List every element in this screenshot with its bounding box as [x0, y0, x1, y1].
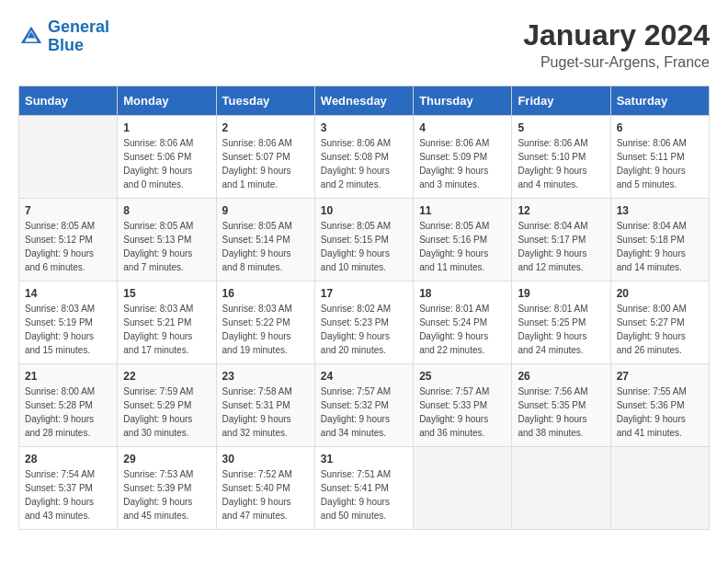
day-info: Sunrise: 8:00 AM Sunset: 5:27 PM Dayligh…	[617, 302, 703, 357]
day-info: Sunrise: 8:05 AM Sunset: 5:16 PM Dayligh…	[419, 219, 506, 274]
table-row: 28Sunrise: 7:54 AM Sunset: 5:37 PM Dayli…	[19, 447, 118, 530]
day-info: Sunrise: 7:57 AM Sunset: 5:33 PM Dayligh…	[419, 385, 506, 440]
logo-text: General Blue	[48, 18, 109, 55]
day-info: Sunrise: 7:54 AM Sunset: 5:37 PM Dayligh…	[25, 467, 111, 523]
day-info: Sunrise: 8:04 AM Sunset: 5:17 PM Dayligh…	[518, 219, 604, 274]
day-number: 15	[123, 287, 210, 300]
day-info: Sunrise: 8:03 AM Sunset: 5:22 PM Dayligh…	[222, 302, 309, 357]
day-info: Sunrise: 8:06 AM Sunset: 5:10 PM Dayligh…	[518, 136, 604, 191]
table-row: 27Sunrise: 7:55 AM Sunset: 5:36 PM Dayli…	[610, 364, 709, 447]
table-row: 4Sunrise: 8:06 AM Sunset: 5:09 PM Daylig…	[414, 116, 512, 199]
table-row: 29Sunrise: 7:53 AM Sunset: 5:39 PM Dayli…	[118, 447, 216, 530]
day-info: Sunrise: 7:58 AM Sunset: 5:31 PM Dayligh…	[222, 385, 309, 440]
day-number: 6	[617, 121, 703, 134]
calendar-week-row: 21Sunrise: 8:00 AM Sunset: 5:28 PM Dayli…	[19, 364, 710, 447]
day-number: 30	[222, 453, 309, 465]
day-number: 8	[123, 204, 210, 217]
table-row: 7Sunrise: 8:05 AM Sunset: 5:12 PM Daylig…	[19, 199, 118, 282]
day-number: 14	[25, 287, 111, 300]
day-number: 3	[321, 121, 407, 134]
page-header: General Blue January 2024 Puget-sur-Arge…	[18, 18, 710, 71]
table-row: 24Sunrise: 7:57 AM Sunset: 5:32 PM Dayli…	[314, 364, 413, 447]
table-row: 10Sunrise: 8:05 AM Sunset: 5:15 PM Dayli…	[314, 199, 413, 282]
day-number: 10	[321, 204, 407, 217]
calendar-header-row: Sunday Monday Tuesday Wednesday Thursday…	[19, 86, 710, 116]
day-info: Sunrise: 8:06 AM Sunset: 5:07 PM Dayligh…	[222, 136, 309, 191]
header-friday: Friday	[512, 86, 610, 116]
day-info: Sunrise: 8:00 AM Sunset: 5:28 PM Dayligh…	[25, 385, 111, 440]
calendar-table: Sunday Monday Tuesday Wednesday Thursday…	[18, 86, 710, 530]
day-number: 16	[222, 287, 309, 300]
table-row: 11Sunrise: 8:05 AM Sunset: 5:16 PM Dayli…	[414, 199, 512, 282]
title-block: January 2024 Puget-sur-Argens, France	[523, 18, 710, 71]
table-row	[414, 447, 512, 530]
day-info: Sunrise: 8:06 AM Sunset: 5:06 PM Dayligh…	[123, 136, 210, 191]
day-info: Sunrise: 7:56 AM Sunset: 5:35 PM Dayligh…	[518, 385, 604, 440]
table-row: 30Sunrise: 7:52 AM Sunset: 5:40 PM Dayli…	[216, 447, 314, 530]
day-number: 20	[617, 287, 703, 300]
day-number: 21	[25, 370, 111, 383]
day-info: Sunrise: 8:04 AM Sunset: 5:18 PM Dayligh…	[617, 219, 703, 274]
day-number: 19	[518, 287, 604, 300]
table-row: 14Sunrise: 8:03 AM Sunset: 5:19 PM Dayli…	[19, 282, 118, 364]
day-info: Sunrise: 7:57 AM Sunset: 5:32 PM Dayligh…	[321, 385, 407, 440]
table-row: 18Sunrise: 8:01 AM Sunset: 5:24 PM Dayli…	[414, 282, 512, 364]
day-info: Sunrise: 8:05 AM Sunset: 5:15 PM Dayligh…	[321, 219, 407, 274]
day-number: 5	[518, 121, 604, 134]
table-row: 1Sunrise: 8:06 AM Sunset: 5:06 PM Daylig…	[118, 116, 216, 199]
day-number: 24	[321, 370, 407, 383]
header-thursday: Thursday	[414, 86, 512, 116]
table-row	[19, 116, 118, 199]
day-info: Sunrise: 8:05 AM Sunset: 5:12 PM Dayligh…	[25, 219, 111, 274]
day-number: 17	[321, 287, 407, 300]
header-monday: Monday	[118, 86, 216, 116]
table-row: 16Sunrise: 8:03 AM Sunset: 5:22 PM Dayli…	[216, 282, 314, 364]
table-row	[512, 447, 610, 530]
day-number: 22	[123, 370, 210, 383]
day-number: 13	[617, 204, 703, 217]
day-number: 31	[321, 453, 407, 465]
table-row: 9Sunrise: 8:05 AM Sunset: 5:14 PM Daylig…	[216, 199, 314, 282]
day-number: 26	[518, 370, 604, 383]
header-wednesday: Wednesday	[314, 86, 413, 116]
table-row: 19Sunrise: 8:01 AM Sunset: 5:25 PM Dayli…	[512, 282, 610, 364]
day-info: Sunrise: 8:01 AM Sunset: 5:25 PM Dayligh…	[518, 302, 604, 357]
table-row	[610, 447, 709, 530]
table-row: 8Sunrise: 8:05 AM Sunset: 5:13 PM Daylig…	[118, 199, 216, 282]
day-number: 11	[419, 204, 506, 217]
table-row: 2Sunrise: 8:06 AM Sunset: 5:07 PM Daylig…	[216, 116, 314, 199]
day-info: Sunrise: 7:51 AM Sunset: 5:41 PM Dayligh…	[321, 467, 407, 523]
day-number: 1	[123, 121, 210, 134]
logo: General Blue	[18, 18, 109, 55]
header-tuesday: Tuesday	[216, 86, 314, 116]
day-number: 2	[222, 121, 309, 134]
day-number: 23	[222, 370, 309, 383]
day-info: Sunrise: 7:59 AM Sunset: 5:29 PM Dayligh…	[123, 385, 210, 440]
table-row: 26Sunrise: 7:56 AM Sunset: 5:35 PM Dayli…	[512, 364, 610, 447]
day-info: Sunrise: 8:03 AM Sunset: 5:19 PM Dayligh…	[25, 302, 111, 357]
day-info: Sunrise: 8:05 AM Sunset: 5:14 PM Dayligh…	[222, 219, 309, 274]
day-info: Sunrise: 8:05 AM Sunset: 5:13 PM Dayligh…	[123, 219, 210, 274]
table-row: 31Sunrise: 7:51 AM Sunset: 5:41 PM Dayli…	[314, 447, 413, 530]
calendar-week-row: 28Sunrise: 7:54 AM Sunset: 5:37 PM Dayli…	[19, 447, 710, 530]
header-saturday: Saturday	[610, 86, 709, 116]
day-number: 29	[123, 453, 210, 465]
day-info: Sunrise: 7:53 AM Sunset: 5:39 PM Dayligh…	[123, 467, 210, 523]
day-info: Sunrise: 7:55 AM Sunset: 5:36 PM Dayligh…	[617, 385, 703, 440]
calendar-week-row: 1Sunrise: 8:06 AM Sunset: 5:06 PM Daylig…	[19, 116, 710, 199]
month-year-title: January 2024	[523, 18, 710, 52]
day-info: Sunrise: 8:06 AM Sunset: 5:09 PM Dayligh…	[419, 136, 506, 191]
logo-icon	[18, 24, 44, 50]
table-row: 12Sunrise: 8:04 AM Sunset: 5:17 PM Dayli…	[512, 199, 610, 282]
day-number: 9	[222, 204, 309, 217]
table-row: 21Sunrise: 8:00 AM Sunset: 5:28 PM Dayli…	[19, 364, 118, 447]
day-info: Sunrise: 7:52 AM Sunset: 5:40 PM Dayligh…	[222, 467, 309, 523]
table-row: 22Sunrise: 7:59 AM Sunset: 5:29 PM Dayli…	[118, 364, 216, 447]
table-row: 5Sunrise: 8:06 AM Sunset: 5:10 PM Daylig…	[512, 116, 610, 199]
day-info: Sunrise: 8:06 AM Sunset: 5:11 PM Dayligh…	[617, 136, 703, 191]
table-row: 13Sunrise: 8:04 AM Sunset: 5:18 PM Dayli…	[610, 199, 709, 282]
day-info: Sunrise: 8:01 AM Sunset: 5:24 PM Dayligh…	[419, 302, 506, 357]
day-number: 18	[419, 287, 506, 300]
day-info: Sunrise: 8:06 AM Sunset: 5:08 PM Dayligh…	[321, 136, 407, 191]
day-number: 25	[419, 370, 506, 383]
